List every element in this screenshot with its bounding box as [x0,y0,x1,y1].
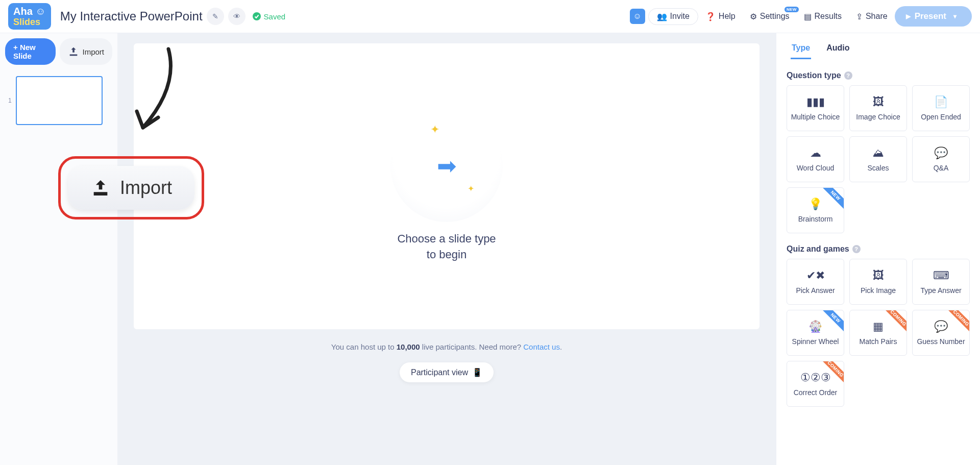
tab-audio[interactable]: Audio [825,38,850,59]
type-pick-image[interactable]: 🖼Pick Image [849,259,907,305]
share-icon: ⇪ [856,12,863,21]
mountain-icon: ⛰ [873,146,884,160]
new-ribbon: NEW [820,310,844,333]
new-slide-button[interactable]: + New Slide [5,38,56,65]
image-icon: 🖼 [873,269,884,282]
user-avatar-icon[interactable]: ☺ [630,9,645,24]
slide-canvas: ✦ ➡ ✦ Choose a slide type to begin [134,43,760,329]
slide-index: 1 [8,97,12,104]
saved-status: Saved [253,12,286,21]
chat-question-icon: 💬 [934,146,948,160]
type-pick-answer[interactable]: ✔✖Pick Answer [787,259,844,305]
results-icon: ▤ [804,12,812,21]
help-icon[interactable]: ? [844,71,852,80]
new-ribbon: NEW [820,187,844,211]
type-image-choice[interactable]: 🖼Image Choice [849,85,907,131]
arrow-right-icon: ➡ [437,152,457,180]
bar-chart-icon: ▮▮▮ [806,95,825,109]
text-icon: 📄 [934,95,948,109]
upload-icon [90,178,111,198]
lightbulb-icon: 💡 [808,198,822,211]
type-correct-order[interactable]: ①②③Correct OrderCOMING [787,361,844,407]
preview-icon[interactable]: 👁 [228,8,246,25]
contact-us-link[interactable]: Contact us [523,342,560,351]
annotation-import-highlight: Import [58,156,204,219]
keyboard-icon: ⌨ [933,269,949,282]
cloud-icon: ☁ [810,146,821,160]
results-button[interactable]: ▤ Results [797,8,849,26]
help-button[interactable]: ❓ Help [698,8,743,26]
svg-point-0 [253,12,261,20]
type-qa[interactable]: 💬Q&A [912,136,970,182]
question-type-heading: Question type ? [787,71,970,80]
type-guess-number[interactable]: 💬Guess NumberCOMING [912,310,970,356]
participant-view-button[interactable]: Participant view 📱 [400,362,494,382]
type-open-ended[interactable]: 📄Open Ended [912,85,970,131]
wheel-icon: 🎡 [808,320,822,333]
import-button-large[interactable]: Import [68,166,194,210]
slide-thumbnail[interactable] [16,76,103,125]
empty-state-illustration: ✦ ➡ ✦ [390,110,503,222]
type-match-pairs[interactable]: ▦Match PairsCOMING [849,310,907,356]
match-icon: ▦ [873,320,884,333]
logo[interactable]: Aha ☺ Slides [8,3,51,30]
type-type-answer[interactable]: ⌨Type Answer [912,259,970,305]
coming-ribbon: COMING [946,310,970,333]
participants-hint: You can host up to 10,000 live participa… [134,342,760,351]
sparkle-icon: ✦ [430,123,439,136]
upload-icon [68,46,79,57]
settings-button[interactable]: ⚙ Settings NEW [743,8,797,26]
gear-icon: ⚙ [750,12,757,21]
empty-state-text: Choose a slide type to begin [397,231,496,263]
annotation-arrow [128,46,179,138]
type-brainstorm[interactable]: 💡BrainstormNEW [787,187,844,233]
image-icon: 🖼 [873,95,884,109]
edit-title-icon[interactable]: ✎ [207,8,224,25]
share-button[interactable]: ⇪ Share [849,8,895,26]
type-spinner-wheel[interactable]: 🎡Spinner WheelNEW [787,310,844,356]
type-multiple-choice[interactable]: ▮▮▮Multiple Choice [787,85,844,131]
coming-ribbon: COMING [883,310,907,333]
type-scales[interactable]: ⛰Scales [849,136,907,182]
invite-icon: 👥 [657,12,667,21]
sparkle-icon: ✦ [468,184,474,193]
number-icon: 💬 [934,320,948,333]
help-icon: ❓ [705,12,716,21]
type-word-cloud[interactable]: ☁Word Cloud [787,136,844,182]
import-button[interactable]: Import [60,38,112,65]
present-button[interactable]: Present [895,6,972,27]
tab-type[interactable]: Type [791,38,811,59]
check-x-icon: ✔✖ [806,269,825,282]
invite-button[interactable]: 👥 Invite [648,8,698,25]
quiz-games-heading: Quiz and games ? [787,244,970,254]
order-icon: ①②③ [800,371,831,384]
help-icon[interactable]: ? [852,245,861,253]
presentation-title[interactable]: My Interactive PowerPoint [60,9,203,23]
mobile-icon: 📱 [472,368,482,377]
